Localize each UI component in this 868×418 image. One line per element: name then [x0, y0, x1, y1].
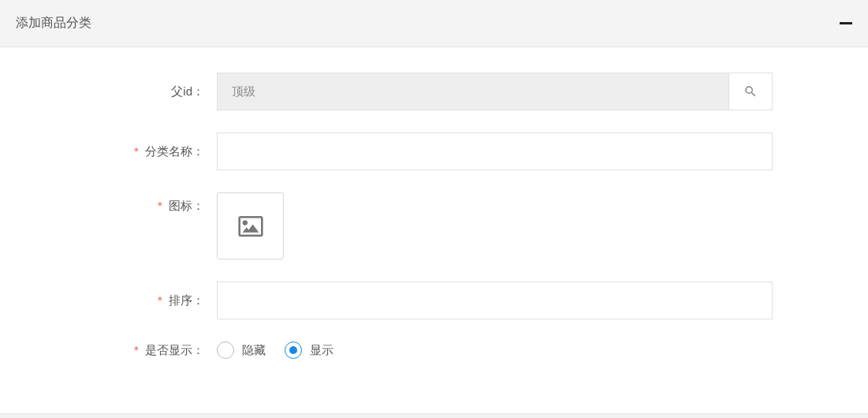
- parent-id-input-group: [217, 73, 773, 110]
- sort-wrapper: [217, 282, 821, 319]
- bottom-border: [0, 413, 868, 418]
- required-asterisk: *: [134, 144, 139, 158]
- row-icon: * 图标：: [0, 192, 821, 259]
- parent-id-input[interactable]: [217, 73, 729, 110]
- dialog-header: 添加商品分类: [0, 0, 868, 47]
- row-category-name: * 分类名称：: [0, 132, 821, 170]
- dialog-title: 添加商品分类: [16, 15, 91, 32]
- label-icon-text: 图标：: [169, 199, 204, 212]
- visible-radio-group: 隐藏 显示: [217, 341, 333, 359]
- form-container: 父id： * 分类名称： * 图标：: [0, 47, 868, 359]
- radio-hide[interactable]: 隐藏: [217, 341, 266, 359]
- radio-show-label: 显示: [310, 343, 333, 358]
- label-visible-text: 是否显示：: [145, 343, 204, 356]
- search-icon: [743, 84, 758, 99]
- label-sort: * 排序：: [0, 293, 217, 308]
- label-parent-id-text: 父id：: [171, 84, 204, 98]
- required-asterisk: *: [134, 343, 139, 356]
- label-category-name: * 分类名称：: [0, 144, 217, 159]
- sort-input[interactable]: [217, 282, 773, 319]
- category-name-wrapper: [217, 132, 821, 170]
- radio-show-circle: [285, 341, 302, 359]
- label-icon: * 图标：: [0, 192, 217, 214]
- visible-wrapper: 隐藏 显示: [217, 341, 821, 359]
- parent-id-search-button[interactable]: [729, 73, 773, 110]
- image-icon: [238, 216, 263, 237]
- required-asterisk: *: [158, 293, 162, 307]
- label-category-name-text: 分类名称：: [145, 144, 204, 158]
- icon-wrapper: [217, 192, 821, 259]
- icon-upload-button[interactable]: [217, 192, 284, 259]
- radio-hide-label: 隐藏: [242, 343, 266, 358]
- row-visible: * 是否显示： 隐藏 显示: [0, 341, 821, 359]
- radio-show-dot: [289, 346, 297, 354]
- parent-id-wrapper: [217, 73, 821, 110]
- minimize-icon[interactable]: [840, 22, 852, 24]
- label-visible: * 是否显示：: [0, 343, 217, 358]
- row-sort: * 排序：: [0, 282, 821, 319]
- radio-hide-circle: [217, 341, 234, 359]
- required-asterisk: *: [158, 199, 162, 212]
- row-parent-id: 父id：: [0, 73, 821, 110]
- category-name-input[interactable]: [217, 132, 773, 170]
- radio-show[interactable]: 显示: [285, 341, 333, 359]
- label-sort-text: 排序：: [169, 293, 204, 307]
- label-parent-id: 父id：: [0, 84, 217, 99]
